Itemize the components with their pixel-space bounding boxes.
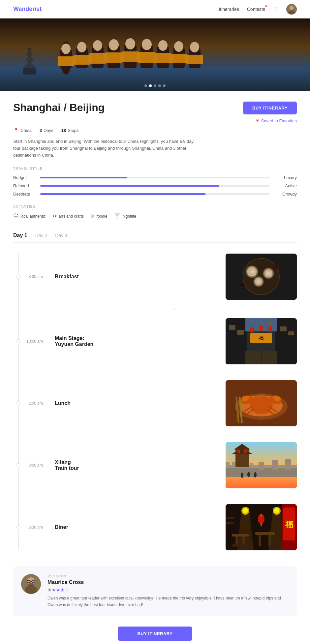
style-row-desolate: Desolate Crowdy [13, 192, 297, 197]
style-bar-relaxed [40, 185, 270, 187]
svg-rect-97 [272, 460, 278, 470]
activities-section: Activities 🏛 local authentic ✂ arts and … [13, 204, 297, 219]
title-actions: BUY ITINERARY ♥ Saved to Favorites [243, 102, 297, 124]
svg-rect-32 [170, 54, 187, 63]
activity-local: 🏛 local authentic [13, 213, 46, 219]
buy-itinerary-button-bottom[interactable]: BUY ITINERARY [118, 627, 193, 641]
svg-rect-91 [250, 463, 253, 466]
hero-dot-1[interactable] [144, 84, 147, 87]
location-icon: 📍 [13, 128, 19, 133]
hero-dot-4[interactable] [158, 84, 161, 87]
svg-rect-54 [275, 318, 297, 364]
expert-name: Maurice Cross [47, 579, 289, 585]
svg-point-1 [290, 6, 294, 10]
expert-avatar [21, 574, 41, 594]
nav-itineraries[interactable]: Itineraries [219, 7, 239, 12]
tab-day-3[interactable]: Day 3 [55, 233, 67, 238]
svg-rect-124 [226, 517, 234, 519]
svg-rect-99 [259, 462, 264, 470]
hero-banner [0, 18, 310, 91]
meta-stops: 18 Stops [61, 128, 79, 133]
svg-rect-14 [74, 55, 90, 65]
svg-point-44 [251, 270, 255, 273]
saved-favorites[interactable]: ♥ Saved to Favorites [256, 118, 297, 124]
svg-rect-58 [288, 331, 294, 335]
timeline-dot-xitang [16, 463, 20, 467]
svg-rect-11 [58, 56, 74, 66]
itinerary-item-breakfast: 8:00 am Breakfast [13, 254, 297, 300]
main-content: Shanghai / Beijing BUY ITINERARY ♥ Saved… [0, 91, 310, 243]
meta-row: 📍 China 3 Days 18 Stops [13, 128, 297, 133]
svg-rect-23 [122, 51, 139, 62]
svg-rect-115 [255, 532, 275, 535]
title-left: Shanghai / Beijing [13, 102, 105, 114]
title-row: Shanghai / Beijing BUY ITINERARY ♥ Saved… [13, 102, 297, 124]
contests-dot [265, 5, 267, 7]
expert-wrapper: Your expert Maurice Cross ★★★★☆ Owen was… [0, 566, 310, 616]
activity-foodie: ✕ foodie [90, 213, 108, 219]
itinerary-item-lunch: 1:00 pm Lunch [13, 380, 297, 426]
svg-rect-98 [285, 459, 291, 470]
svg-rect-116 [259, 535, 261, 546]
logo[interactable]: Wanderist [13, 6, 42, 13]
svg-point-102 [254, 472, 257, 477]
timeline-dot-diner [16, 525, 20, 529]
svg-rect-26 [138, 52, 155, 63]
nav-right: Itineraries Contests ♡ [219, 4, 297, 15]
nightlife-icon: 🍸 [114, 213, 120, 219]
svg-point-10 [61, 44, 71, 54]
expert-review-text: Owen was a great tour leader with excell… [47, 595, 289, 608]
nav-heart-icon[interactable]: ♡ [273, 6, 278, 13]
timeline-dot-lunch [16, 401, 20, 405]
expert-info: Your expert Maurice Cross ★★★★☆ Owen was… [47, 574, 289, 608]
garden-image: 福 [226, 318, 297, 364]
hero-dot-5[interactable] [163, 84, 166, 87]
svg-point-95 [237, 449, 240, 453]
svg-rect-110 [232, 534, 249, 537]
buy-itinerary-button-top[interactable]: BUY ITINERARY [243, 102, 297, 114]
hero-dots [144, 84, 166, 87]
breakfast-image [226, 254, 297, 300]
hero-monks [0, 18, 310, 91]
svg-point-22 [125, 38, 135, 49]
lunch-image [226, 380, 297, 426]
activities-label: Activities [13, 204, 297, 208]
expert-section: Your expert Maurice Cross ★★★★☆ Owen was… [13, 566, 297, 616]
svg-point-65 [268, 326, 272, 332]
foodie-icon: ✕ [90, 213, 95, 219]
arts-crafts-icon: ✂ [52, 213, 57, 219]
svg-rect-29 [155, 53, 171, 63]
tab-day-1[interactable]: Day 1 [13, 232, 27, 238]
svg-rect-56 [237, 330, 244, 335]
style-row-relaxed: Relaxed Active [13, 183, 297, 188]
timeline-dot-breakfast [16, 275, 20, 279]
svg-point-114 [240, 544, 247, 547]
svg-point-48 [274, 265, 280, 268]
chevron-arrow: › [13, 306, 297, 312]
svg-point-25 [142, 39, 152, 50]
hero-dot-3[interactable] [154, 84, 156, 87]
xitang-image [226, 442, 297, 488]
meta-days: 3 Days [40, 128, 53, 133]
svg-rect-117 [268, 535, 271, 546]
svg-point-96 [244, 449, 247, 453]
svg-point-16 [93, 40, 102, 51]
nav-contests[interactable]: Contests [247, 7, 265, 12]
hero-dot-2[interactable] [149, 84, 152, 87]
trip-title: Shanghai / Beijing [13, 102, 105, 114]
meta-country: 📍 China [13, 128, 32, 133]
svg-point-46 [257, 281, 260, 283]
nav-avatar[interactable] [286, 4, 297, 15]
xitang-title: Xitang Train tour [51, 459, 226, 471]
svg-rect-17 [89, 53, 106, 64]
local-authentic-icon: 🏛 [13, 213, 18, 219]
svg-point-13 [77, 42, 86, 52]
travel-style-label: Travel style [13, 167, 297, 170]
svg-point-100 [241, 473, 243, 478]
svg-rect-57 [280, 326, 287, 331]
itinerary-item-garden: 10:00 am Main Stage: Yuyuan Garden [13, 318, 297, 364]
activities-row: 🏛 local authentic ✂ arts and crafts ✕ fo… [13, 213, 297, 219]
buy-center: BUY ITINERARY [0, 627, 310, 641]
svg-text:福: 福 [259, 335, 264, 341]
tab-day-2[interactable]: Day 2 [35, 233, 47, 238]
